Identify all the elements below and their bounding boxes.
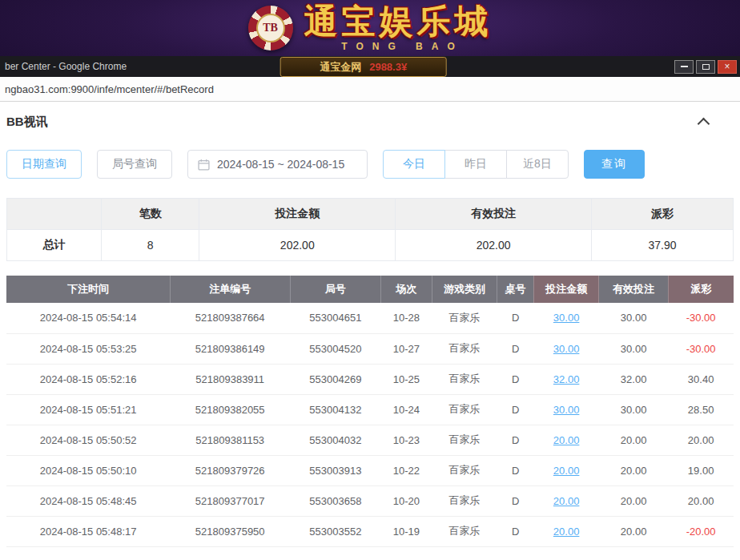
header-table-id: 桌号 bbox=[497, 276, 533, 303]
section-title: BB视讯 bbox=[6, 115, 48, 130]
query-toolbar: 日期查询 局号查询 2024-08-15 ~ 2024-08-15 今日 昨日 … bbox=[6, 150, 734, 179]
bet-amount: 20.00 bbox=[533, 425, 599, 455]
last-8-days-button[interactable]: 近8日 bbox=[506, 150, 569, 179]
valid-bet: 20.00 bbox=[599, 485, 668, 516]
valid-bet: 20.00 bbox=[599, 516, 668, 546]
header-payout: 派彩 bbox=[668, 276, 734, 303]
session: 10-27 bbox=[381, 333, 432, 364]
game-type: 百家乐 bbox=[432, 425, 497, 455]
bet-id: 521809377017 bbox=[170, 485, 290, 516]
balance-box: 通宝金网 2988.3¥ bbox=[280, 57, 447, 77]
payout: 30.40 bbox=[668, 364, 734, 394]
bet-amount-link[interactable]: 30.00 bbox=[553, 343, 580, 355]
table-id: D bbox=[497, 333, 533, 364]
window-controls: × bbox=[674, 60, 737, 74]
header-valid-bet: 有效投注 bbox=[599, 276, 668, 303]
round-id: 553004132 bbox=[290, 394, 381, 425]
table-row: 2024-08-15 05:48:45521809377017553003658… bbox=[6, 485, 734, 516]
bet-amount: 32.00 bbox=[533, 364, 599, 394]
summary-header-count: 笔数 bbox=[101, 199, 199, 230]
payout: 20.00 bbox=[668, 485, 734, 516]
summary-total-label: 总计 bbox=[7, 230, 102, 261]
bet-amount: 30.00 bbox=[533, 303, 599, 333]
bet-amount-link[interactable]: 20.00 bbox=[553, 495, 580, 507]
game-type: 百家乐 bbox=[432, 485, 497, 516]
minimize-button[interactable] bbox=[674, 60, 694, 74]
page-url: ngbao31.com:9900/infe/mcenter/#/betRecor… bbox=[5, 83, 214, 95]
summary-header-bet-amount: 投注金额 bbox=[199, 199, 396, 230]
bet-time: 2024-08-15 05:50:10 bbox=[6, 455, 170, 485]
valid-bet: 30.00 bbox=[599, 333, 668, 364]
bet-time: 2024-08-15 05:53:25 bbox=[6, 333, 170, 364]
bet-amount-link[interactable]: 30.00 bbox=[553, 312, 580, 324]
bet-time: 2024-08-15 05:51:21 bbox=[6, 394, 170, 425]
bet-id: 521809383911 bbox=[170, 364, 290, 394]
bet-amount-link[interactable]: 32.00 bbox=[553, 373, 580, 385]
bet-amount-link[interactable]: 20.00 bbox=[553, 526, 580, 538]
date-range-value: 2024-08-15 ~ 2024-08-15 bbox=[217, 158, 344, 171]
chevron-up-icon[interactable] bbox=[695, 113, 713, 131]
session: 10-24 bbox=[381, 394, 432, 425]
round-id: 553003913 bbox=[290, 455, 381, 485]
game-type: 百家乐 bbox=[432, 364, 497, 394]
summary-total-count: 8 bbox=[101, 230, 199, 261]
round-id: 553004269 bbox=[290, 364, 381, 394]
summary-header-valid-bet: 有效投注 bbox=[396, 199, 592, 230]
round-query-button[interactable]: 局号查询 bbox=[97, 150, 172, 179]
bet-amount-link[interactable]: 30.00 bbox=[553, 404, 580, 416]
search-button[interactable]: 查询 bbox=[584, 150, 645, 179]
session: 10-19 bbox=[381, 516, 432, 546]
payout: 20.00 bbox=[668, 425, 734, 455]
table-row: 2024-08-15 05:54:14521809387664553004651… bbox=[6, 303, 734, 333]
payout: 19.00 bbox=[668, 455, 734, 485]
header-bet-time: 下注时间 bbox=[6, 276, 170, 303]
bet-record-table: 下注时间 注单编号 局号 场次 游戏类别 桌号 投注金额 有效投注 派彩 202… bbox=[6, 276, 734, 547]
section-header: BB视讯 bbox=[6, 110, 734, 134]
balance-value: 2988.3¥ bbox=[369, 61, 407, 73]
summary-header-blank bbox=[7, 199, 102, 230]
bet-id: 521809382055 bbox=[170, 394, 290, 425]
summary-total-payout: 37.90 bbox=[592, 230, 734, 261]
summary-total-valid-bet: 202.00 bbox=[396, 230, 592, 261]
valid-bet: 30.00 bbox=[599, 394, 668, 425]
round-id: 553004651 bbox=[290, 303, 381, 333]
site-logo: 通宝娱乐城 TONG BAO bbox=[304, 5, 493, 52]
bet-amount: 20.00 bbox=[533, 516, 599, 546]
tb-chip-logo-icon: TB bbox=[248, 6, 293, 50]
payout: -30.00 bbox=[668, 303, 734, 333]
table-row: 2024-08-15 05:53:25521809386149553004520… bbox=[6, 333, 734, 364]
date-range-input[interactable]: 2024-08-15 ~ 2024-08-15 bbox=[187, 150, 368, 179]
bet-table-header-row: 下注时间 注单编号 局号 场次 游戏类别 桌号 投注金额 有效投注 派彩 bbox=[6, 276, 734, 303]
summary-total-row: 总计 8 202.00 202.00 37.90 bbox=[7, 230, 734, 261]
yesterday-button[interactable]: 昨日 bbox=[444, 150, 507, 179]
round-id: 553003658 bbox=[290, 485, 381, 516]
session: 10-23 bbox=[381, 425, 432, 455]
maximize-button[interactable] bbox=[696, 60, 715, 74]
bet-amount: 20.00 bbox=[533, 485, 599, 516]
summary-total-bet-amount: 202.00 bbox=[199, 230, 396, 261]
valid-bet: 32.00 bbox=[599, 364, 668, 394]
site-subtitle: TONG BAO bbox=[304, 41, 493, 52]
game-type: 百家乐 bbox=[432, 333, 497, 364]
header-session: 场次 bbox=[381, 276, 432, 303]
bet-amount-link[interactable]: 20.00 bbox=[553, 434, 580, 446]
bet-time: 2024-08-15 05:50:52 bbox=[6, 425, 170, 455]
table-row: 2024-08-15 05:51:21521809382055553004132… bbox=[6, 394, 734, 425]
table-id: D bbox=[497, 303, 533, 333]
balance-label: 通宝金网 bbox=[320, 60, 361, 75]
date-query-button[interactable]: 日期查询 bbox=[6, 150, 82, 179]
today-button[interactable]: 今日 bbox=[383, 150, 445, 179]
close-button[interactable]: × bbox=[718, 60, 737, 74]
valid-bet: 20.00 bbox=[599, 455, 668, 485]
bet-time: 2024-08-15 05:52:16 bbox=[6, 364, 170, 394]
table-row: 2024-08-15 05:48:17521809375950553003552… bbox=[6, 516, 734, 546]
table-row: 2024-08-15 05:50:10521809379726553003913… bbox=[6, 455, 734, 485]
bet-id: 521809386149 bbox=[170, 333, 290, 364]
bet-amount-link[interactable]: 20.00 bbox=[553, 465, 580, 477]
bet-id: 521809387664 bbox=[170, 303, 290, 333]
payout: -30.00 bbox=[668, 333, 734, 364]
table-row: 2024-08-15 05:52:16521809383911553004269… bbox=[6, 364, 734, 394]
round-id: 553004520 bbox=[290, 333, 381, 364]
bet-id: 521809375950 bbox=[170, 516, 290, 546]
quick-date-group: 今日 昨日 近8日 bbox=[383, 150, 569, 179]
